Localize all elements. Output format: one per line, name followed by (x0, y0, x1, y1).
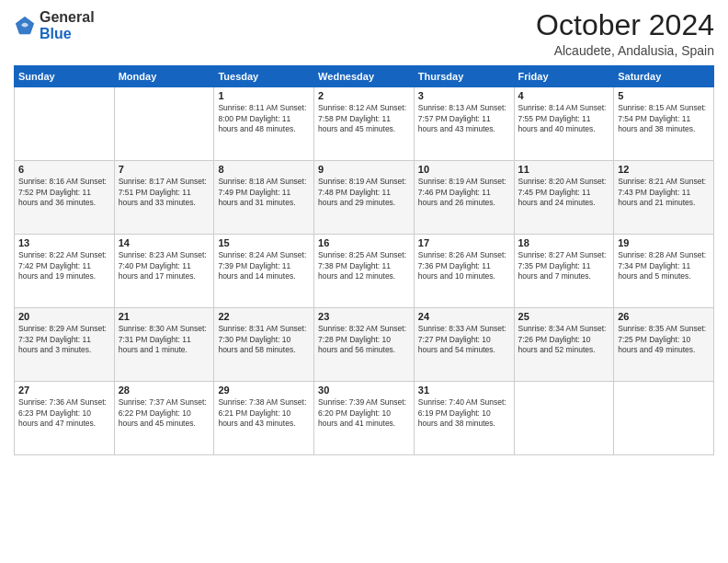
day-number: 13 (18, 237, 110, 248)
month-title: October 2024 (536, 9, 714, 41)
calendar-cell: 15Sunrise: 8:24 AM Sunset: 7:39 PM Dayli… (214, 235, 314, 308)
logo-blue-text: Blue (40, 26, 72, 41)
calendar-cell: 2Sunrise: 8:12 AM Sunset: 7:58 PM Daylig… (314, 87, 415, 161)
day-number: 14 (119, 237, 210, 248)
calendar-cell: 24Sunrise: 8:33 AM Sunset: 7:27 PM Dayli… (414, 308, 514, 382)
calendar-cell: 16Sunrise: 8:25 AM Sunset: 7:38 PM Dayli… (314, 235, 415, 308)
day-number: 3 (418, 90, 510, 101)
calendar-cell: 22Sunrise: 8:31 AM Sunset: 7:30 PM Dayli… (214, 308, 314, 382)
calendar-cell: 13Sunrise: 8:22 AM Sunset: 7:42 PM Dayli… (15, 235, 115, 308)
col-header-friday: Friday (514, 66, 614, 87)
logo-text: General Blue (40, 9, 95, 41)
day-number: 19 (618, 237, 710, 248)
header: General Blue October 2024 Alcaudete, And… (14, 9, 714, 58)
cell-info: Sunrise: 8:27 AM Sunset: 7:35 PM Dayligh… (518, 250, 610, 282)
calendar-cell: 31Sunrise: 7:40 AM Sunset: 6:19 PM Dayli… (414, 382, 514, 455)
week-row-2: 6Sunrise: 8:16 AM Sunset: 7:52 PM Daylig… (15, 161, 714, 235)
calendar-cell: 28Sunrise: 7:37 AM Sunset: 6:22 PM Dayli… (114, 382, 214, 455)
calendar-cell: 11Sunrise: 8:20 AM Sunset: 7:45 PM Dayli… (514, 161, 614, 235)
page: General Blue October 2024 Alcaudete, And… (0, 0, 728, 563)
day-number: 4 (518, 90, 610, 101)
day-number: 27 (18, 385, 110, 396)
col-header-saturday: Saturday (614, 66, 714, 87)
day-number: 9 (318, 164, 410, 175)
cell-info: Sunrise: 8:26 AM Sunset: 7:36 PM Dayligh… (418, 250, 510, 282)
calendar-cell: 12Sunrise: 8:21 AM Sunset: 7:43 PM Dayli… (614, 161, 714, 235)
day-number: 28 (119, 385, 210, 396)
cell-info: Sunrise: 8:19 AM Sunset: 7:48 PM Dayligh… (318, 177, 410, 208)
cell-info: Sunrise: 8:19 AM Sunset: 7:46 PM Dayligh… (418, 177, 510, 208)
calendar-cell: 23Sunrise: 8:32 AM Sunset: 7:28 PM Dayli… (314, 308, 415, 382)
day-number: 16 (318, 237, 410, 248)
col-header-sunday: Sunday (15, 66, 115, 87)
calendar-cell: 4Sunrise: 8:14 AM Sunset: 7:55 PM Daylig… (514, 87, 614, 161)
calendar-cell: 10Sunrise: 8:19 AM Sunset: 7:46 PM Dayli… (414, 161, 514, 235)
cell-info: Sunrise: 8:11 AM Sunset: 8:00 PM Dayligh… (218, 103, 310, 134)
calendar-cell (15, 87, 115, 161)
day-number: 1 (218, 90, 310, 101)
calendar-table: SundayMondayTuesdayWednesdayThursdayFrid… (14, 65, 714, 455)
cell-info: Sunrise: 8:15 AM Sunset: 7:54 PM Dayligh… (618, 103, 710, 134)
logo-icon (14, 15, 36, 37)
calendar-cell: 30Sunrise: 7:39 AM Sunset: 6:20 PM Dayli… (314, 382, 415, 455)
calendar-cell: 14Sunrise: 8:23 AM Sunset: 7:40 PM Dayli… (114, 235, 214, 308)
calendar-cell: 25Sunrise: 8:34 AM Sunset: 7:26 PM Dayli… (514, 308, 614, 382)
calendar-cell: 21Sunrise: 8:30 AM Sunset: 7:31 PM Dayli… (114, 308, 214, 382)
calendar-cell: 19Sunrise: 8:28 AM Sunset: 7:34 PM Dayli… (614, 235, 714, 308)
cell-info: Sunrise: 8:31 AM Sunset: 7:30 PM Dayligh… (218, 324, 310, 355)
day-number: 20 (18, 311, 110, 322)
cell-info: Sunrise: 8:23 AM Sunset: 7:40 PM Dayligh… (119, 250, 210, 282)
col-header-tuesday: Tuesday (214, 66, 314, 87)
day-number: 24 (418, 311, 510, 322)
day-number: 8 (218, 164, 310, 175)
day-number: 29 (218, 385, 310, 396)
day-number: 10 (418, 164, 510, 175)
day-number: 6 (18, 164, 110, 175)
title-block: October 2024 Alcaudete, Andalusia, Spain (536, 9, 714, 58)
cell-info: Sunrise: 8:30 AM Sunset: 7:31 PM Dayligh… (119, 324, 210, 355)
calendar-header-row: SundayMondayTuesdayWednesdayThursdayFrid… (15, 66, 714, 87)
day-number: 11 (518, 164, 610, 175)
calendar-cell: 29Sunrise: 7:38 AM Sunset: 6:21 PM Dayli… (214, 382, 314, 455)
cell-info: Sunrise: 8:24 AM Sunset: 7:39 PM Dayligh… (218, 250, 310, 282)
calendar-cell: 7Sunrise: 8:17 AM Sunset: 7:51 PM Daylig… (114, 161, 214, 235)
cell-info: Sunrise: 8:29 AM Sunset: 7:32 PM Dayligh… (18, 324, 110, 355)
day-number: 2 (318, 90, 410, 101)
day-number: 26 (618, 311, 710, 322)
calendar-cell: 5Sunrise: 8:15 AM Sunset: 7:54 PM Daylig… (614, 87, 714, 161)
calendar-cell: 9Sunrise: 8:19 AM Sunset: 7:48 PM Daylig… (314, 161, 415, 235)
day-number: 23 (318, 311, 410, 322)
day-number: 7 (119, 164, 210, 175)
day-number: 12 (618, 164, 710, 175)
cell-info: Sunrise: 8:35 AM Sunset: 7:25 PM Dayligh… (618, 324, 710, 355)
cell-info: Sunrise: 7:39 AM Sunset: 6:20 PM Dayligh… (318, 397, 410, 429)
col-header-thursday: Thursday (414, 66, 514, 87)
cell-info: Sunrise: 7:36 AM Sunset: 6:23 PM Dayligh… (18, 397, 110, 429)
calendar-cell: 17Sunrise: 8:26 AM Sunset: 7:36 PM Dayli… (414, 235, 514, 308)
day-number: 17 (418, 237, 510, 248)
calendar-cell (614, 382, 714, 455)
week-row-3: 13Sunrise: 8:22 AM Sunset: 7:42 PM Dayli… (15, 235, 714, 308)
cell-info: Sunrise: 7:40 AM Sunset: 6:19 PM Dayligh… (418, 397, 510, 429)
cell-info: Sunrise: 8:18 AM Sunset: 7:49 PM Dayligh… (218, 177, 310, 208)
cell-info: Sunrise: 7:37 AM Sunset: 6:22 PM Dayligh… (119, 397, 210, 429)
calendar-cell: 3Sunrise: 8:13 AM Sunset: 7:57 PM Daylig… (414, 87, 514, 161)
day-number: 21 (119, 311, 210, 322)
calendar-cell: 20Sunrise: 8:29 AM Sunset: 7:32 PM Dayli… (15, 308, 115, 382)
calendar-cell: 1Sunrise: 8:11 AM Sunset: 8:00 PM Daylig… (214, 87, 314, 161)
calendar-cell (514, 382, 614, 455)
week-row-1: 1Sunrise: 8:11 AM Sunset: 8:00 PM Daylig… (15, 87, 714, 161)
location: Alcaudete, Andalusia, Spain (536, 43, 714, 58)
day-number: 15 (218, 237, 310, 248)
cell-info: Sunrise: 8:34 AM Sunset: 7:26 PM Dayligh… (518, 324, 610, 355)
calendar-cell: 6Sunrise: 8:16 AM Sunset: 7:52 PM Daylig… (15, 161, 115, 235)
cell-info: Sunrise: 8:13 AM Sunset: 7:57 PM Dayligh… (418, 103, 510, 134)
cell-info: Sunrise: 8:22 AM Sunset: 7:42 PM Dayligh… (18, 250, 110, 282)
calendar-cell: 26Sunrise: 8:35 AM Sunset: 7:25 PM Dayli… (614, 308, 714, 382)
calendar-cell: 27Sunrise: 7:36 AM Sunset: 6:23 PM Dayli… (15, 382, 115, 455)
cell-info: Sunrise: 8:12 AM Sunset: 7:58 PM Dayligh… (318, 103, 410, 134)
logo: General Blue (14, 9, 95, 41)
cell-info: Sunrise: 8:16 AM Sunset: 7:52 PM Dayligh… (18, 177, 110, 208)
cell-info: Sunrise: 7:38 AM Sunset: 6:21 PM Dayligh… (218, 397, 310, 429)
day-number: 5 (618, 90, 710, 101)
